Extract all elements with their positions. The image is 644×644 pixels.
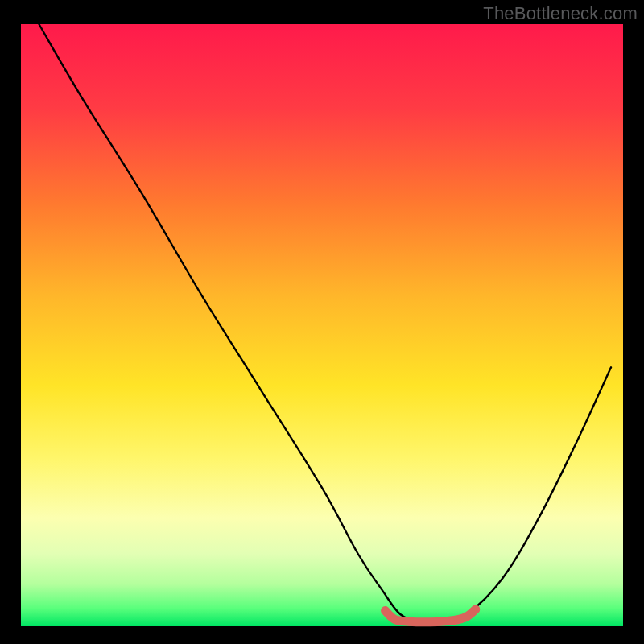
watermark-text: TheBottleneck.com <box>483 3 638 24</box>
gradient-background <box>21 24 623 626</box>
chart-container: TheBottleneck.com <box>0 0 644 644</box>
bottleneck-chart <box>0 0 644 644</box>
